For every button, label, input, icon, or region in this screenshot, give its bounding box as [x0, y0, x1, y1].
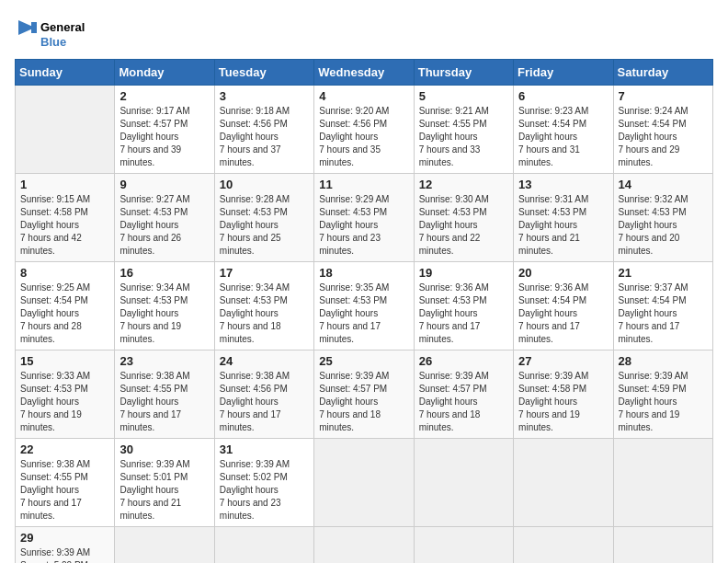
day-of-week-header: Sunday	[16, 60, 115, 86]
day-number: 23	[119, 354, 209, 368]
calendar-day-cell: 19 Sunrise: 9:36 AM Sunset: 4:53 PM Dayl…	[414, 262, 513, 350]
cell-info: Sunrise: 9:36 AM Sunset: 4:53 PM Dayligh…	[419, 282, 508, 346]
day-number: 26	[419, 354, 508, 368]
calendar-week-row: 29 Sunrise: 9:39 AM Sunset: 5:00 PM Dayl…	[16, 527, 713, 564]
day-number: 11	[319, 178, 408, 191]
calendar-day-cell	[514, 527, 613, 564]
cell-info: Sunrise: 9:17 AM Sunset: 4:57 PM Dayligh…	[119, 105, 209, 169]
cell-info: Sunrise: 9:32 AM Sunset: 4:53 PM Dayligh…	[619, 193, 708, 258]
day-number: 27	[518, 354, 608, 368]
calendar-day-cell: 27 Sunrise: 9:39 AM Sunset: 4:58 PM Dayl…	[514, 350, 613, 439]
cell-info: Sunrise: 9:39 AM Sunset: 4:57 PM Dayligh…	[419, 370, 508, 434]
calendar-week-row: 8 Sunrise: 9:25 AM Sunset: 4:54 PM Dayli…	[16, 262, 713, 350]
cell-info: Sunrise: 9:39 AM Sunset: 5:01 PM Dayligh…	[119, 458, 209, 523]
cell-info: Sunrise: 9:39 AM Sunset: 5:02 PM Dayligh…	[220, 458, 309, 523]
calendar-day-cell	[514, 439, 613, 527]
cell-info: Sunrise: 9:24 AM Sunset: 4:54 PM Dayligh…	[619, 105, 708, 169]
calendar-day-cell	[613, 527, 712, 564]
calendar-week-row: 15 Sunrise: 9:33 AM Sunset: 4:53 PM Dayl…	[16, 350, 713, 439]
calendar-day-cell	[414, 527, 513, 564]
day-number: 1	[20, 178, 109, 191]
calendar-day-cell: 11 Sunrise: 9:29 AM Sunset: 4:53 PM Dayl…	[314, 174, 414, 262]
cell-info: Sunrise: 9:37 AM Sunset: 4:54 PM Dayligh…	[619, 282, 708, 346]
day-number: 28	[619, 354, 708, 368]
day-number: 3	[220, 89, 309, 103]
day-number: 15	[20, 354, 109, 368]
logo-svg: General Blue	[15, 15, 97, 52]
cell-info: Sunrise: 9:35 AM Sunset: 4:53 PM Dayligh…	[319, 282, 408, 346]
calendar-day-cell: 5 Sunrise: 9:21 AM Sunset: 4:55 PM Dayli…	[414, 86, 513, 174]
calendar-day-cell: 7 Sunrise: 9:24 AM Sunset: 4:54 PM Dayli…	[613, 86, 712, 174]
day-number: 17	[220, 266, 309, 280]
day-number: 6	[518, 89, 608, 103]
calendar-day-cell: 26 Sunrise: 9:39 AM Sunset: 4:57 PM Dayl…	[414, 350, 513, 439]
calendar-day-cell: 1 Sunrise: 9:15 AM Sunset: 4:58 PM Dayli…	[16, 174, 115, 262]
cell-info: Sunrise: 9:33 AM Sunset: 4:53 PM Dayligh…	[20, 370, 109, 434]
day-of-week-header: Wednesday	[314, 60, 414, 86]
cell-info: Sunrise: 9:21 AM Sunset: 4:55 PM Dayligh…	[419, 105, 508, 169]
calendar-day-cell: 24 Sunrise: 9:38 AM Sunset: 4:56 PM Dayl…	[214, 350, 313, 439]
cell-info: Sunrise: 9:34 AM Sunset: 4:53 PM Dayligh…	[220, 282, 309, 346]
cell-info: Sunrise: 9:38 AM Sunset: 4:55 PM Dayligh…	[119, 370, 209, 434]
day-number: 8	[20, 266, 109, 280]
day-number: 14	[619, 178, 708, 191]
cell-info: Sunrise: 9:15 AM Sunset: 4:58 PM Dayligh…	[20, 193, 109, 258]
svg-text:Blue: Blue	[40, 35, 66, 49]
calendar-day-cell	[314, 439, 414, 527]
svg-text:General: General	[40, 20, 85, 34]
calendar-day-cell: 23 Sunrise: 9:38 AM Sunset: 4:55 PM Dayl…	[115, 350, 214, 439]
cell-info: Sunrise: 9:39 AM Sunset: 4:57 PM Dayligh…	[319, 370, 408, 434]
calendar-day-cell	[115, 527, 214, 564]
day-number: 12	[419, 178, 508, 191]
calendar-day-cell	[214, 527, 313, 564]
cell-info: Sunrise: 9:38 AM Sunset: 4:56 PM Dayligh…	[220, 370, 309, 434]
cell-info: Sunrise: 9:20 AM Sunset: 4:56 PM Dayligh…	[319, 105, 408, 169]
cell-info: Sunrise: 9:30 AM Sunset: 4:53 PM Dayligh…	[419, 193, 508, 258]
calendar-day-cell: 15 Sunrise: 9:33 AM Sunset: 4:53 PM Dayl…	[16, 350, 115, 439]
day-number: 31	[220, 442, 309, 456]
calendar-day-cell	[16, 86, 115, 174]
day-number: 13	[518, 178, 608, 191]
calendar-day-cell: 17 Sunrise: 9:34 AM Sunset: 4:53 PM Dayl…	[214, 262, 313, 350]
calendar-day-cell: 29 Sunrise: 9:39 AM Sunset: 5:00 PM Dayl…	[16, 527, 115, 564]
day-number: 29	[20, 531, 109, 545]
day-of-week-header: Saturday	[613, 60, 712, 86]
cell-info: Sunrise: 9:18 AM Sunset: 4:56 PM Dayligh…	[220, 105, 309, 169]
calendar-week-row: 2 Sunrise: 9:17 AM Sunset: 4:57 PM Dayli…	[16, 86, 713, 174]
cell-info: Sunrise: 9:39 AM Sunset: 5:00 PM Dayligh…	[20, 546, 109, 563]
cell-info: Sunrise: 9:31 AM Sunset: 4:53 PM Dayligh…	[518, 193, 608, 258]
calendar-day-cell: 13 Sunrise: 9:31 AM Sunset: 4:53 PM Dayl…	[514, 174, 613, 262]
calendar-week-row: 22 Sunrise: 9:38 AM Sunset: 4:55 PM Dayl…	[16, 439, 713, 527]
cell-info: Sunrise: 9:39 AM Sunset: 4:59 PM Dayligh…	[619, 370, 708, 434]
day-number: 18	[319, 266, 408, 280]
cell-info: Sunrise: 9:27 AM Sunset: 4:53 PM Dayligh…	[119, 193, 209, 258]
cell-info: Sunrise: 9:29 AM Sunset: 4:53 PM Dayligh…	[319, 193, 408, 258]
day-number: 25	[319, 354, 408, 368]
day-number: 9	[119, 178, 209, 191]
day-number: 2	[119, 89, 209, 103]
calendar-day-cell: 18 Sunrise: 9:35 AM Sunset: 4:53 PM Dayl…	[314, 262, 414, 350]
day-of-week-header: Thursday	[414, 60, 513, 86]
calendar-day-cell	[613, 439, 712, 527]
calendar-week-row: 1 Sunrise: 9:15 AM Sunset: 4:58 PM Dayli…	[16, 174, 713, 262]
day-number: 30	[119, 442, 209, 456]
calendar-day-cell: 31 Sunrise: 9:39 AM Sunset: 5:02 PM Dayl…	[214, 439, 313, 527]
calendar-header-row: SundayMondayTuesdayWednesdayThursdayFrid…	[16, 60, 713, 86]
calendar-day-cell: 2 Sunrise: 9:17 AM Sunset: 4:57 PM Dayli…	[115, 86, 214, 174]
day-of-week-header: Friday	[514, 60, 613, 86]
day-number: 16	[119, 266, 209, 280]
day-number: 22	[20, 442, 109, 456]
cell-info: Sunrise: 9:38 AM Sunset: 4:55 PM Dayligh…	[20, 458, 109, 523]
calendar-day-cell: 16 Sunrise: 9:34 AM Sunset: 4:53 PM Dayl…	[115, 262, 214, 350]
cell-info: Sunrise: 9:39 AM Sunset: 4:58 PM Dayligh…	[518, 370, 608, 434]
cell-info: Sunrise: 9:25 AM Sunset: 4:54 PM Dayligh…	[20, 282, 109, 346]
logo: General Blue	[15, 15, 97, 52]
calendar-day-cell: 12 Sunrise: 9:30 AM Sunset: 4:53 PM Dayl…	[414, 174, 513, 262]
day-number: 5	[419, 89, 508, 103]
day-number: 4	[319, 89, 408, 103]
calendar-day-cell: 14 Sunrise: 9:32 AM Sunset: 4:53 PM Dayl…	[613, 174, 712, 262]
calendar-day-cell: 25 Sunrise: 9:39 AM Sunset: 4:57 PM Dayl…	[314, 350, 414, 439]
svg-rect-3	[31, 22, 37, 33]
calendar-day-cell: 30 Sunrise: 9:39 AM Sunset: 5:01 PM Dayl…	[115, 439, 214, 527]
calendar-day-cell: 22 Sunrise: 9:38 AM Sunset: 4:55 PM Dayl…	[16, 439, 115, 527]
